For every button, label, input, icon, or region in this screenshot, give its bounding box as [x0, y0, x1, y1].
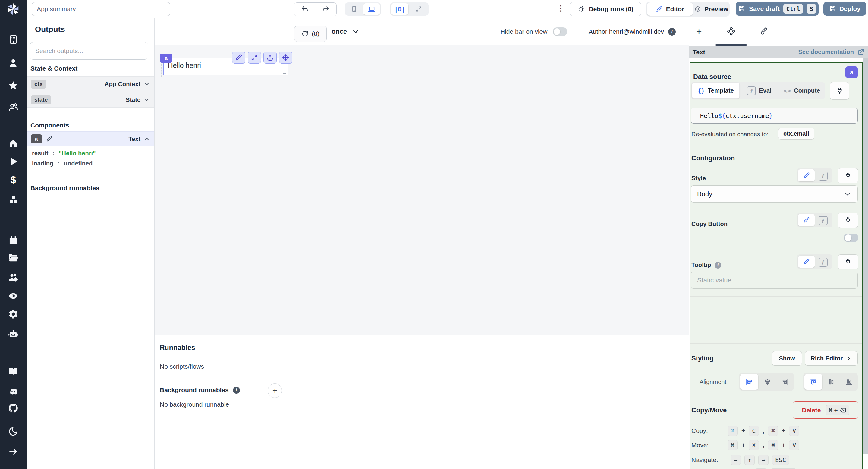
app-canvas[interactable]: Hello henri a — [154, 45, 689, 335]
chevron-right-icon — [846, 355, 852, 362]
eval-tab[interactable]: ƒ Eval — [740, 86, 779, 95]
edit-component-button[interactable] — [232, 52, 245, 64]
style-select[interactable]: Body — [691, 185, 858, 202]
state-row[interactable]: state State — [27, 92, 154, 107]
expand-component-button[interactable] — [248, 52, 261, 64]
info-icon[interactable]: i — [233, 387, 240, 394]
background-runnables-empty: No background runnable — [160, 401, 229, 408]
component-a-row[interactable]: a Text — [27, 131, 154, 147]
show-styling-button[interactable]: Show — [772, 351, 802, 366]
info-icon[interactable]: i — [715, 262, 721, 269]
gear-icon — [8, 309, 19, 319]
sidebar-item-groups[interactable] — [0, 101, 27, 113]
move-component-button[interactable] — [279, 52, 292, 64]
sidebar-item-audit-logs[interactable] — [0, 290, 27, 302]
add-background-runnable-button[interactable]: + — [268, 383, 282, 398]
schedule-select[interactable]: once — [332, 18, 360, 45]
sidebar-collapse-button[interactable] — [0, 446, 27, 457]
active-tab-underline — [715, 44, 747, 45]
bounded-width-button[interactable]: |0| — [391, 3, 408, 15]
search-outputs-input[interactable] — [30, 42, 148, 60]
undo-icon — [301, 5, 309, 13]
connect-data-source-button[interactable] — [830, 82, 849, 100]
result-value: "Hello henri" — [59, 150, 96, 157]
see-documentation-link[interactable]: See documentation — [798, 49, 865, 56]
more-options-button[interactable]: ⋮ — [557, 4, 565, 13]
sidebar-item-runs[interactable] — [0, 157, 27, 166]
sidebar-item-workspace[interactable] — [0, 34, 27, 44]
template-tab[interactable]: {} Template — [692, 83, 740, 99]
undo-button[interactable] — [294, 3, 315, 16]
eval-mode-button[interactable]: ƒ — [818, 216, 828, 225]
hide-bar-toggle[interactable] — [553, 27, 567, 36]
static-mode-button[interactable] — [798, 256, 815, 268]
connect-tooltip-button[interactable] — [838, 254, 858, 270]
sidebar-item-variables[interactable]: $ — [0, 174, 27, 185]
eval-mode-button[interactable]: ƒ — [818, 171, 828, 181]
sidebar-item-favorites[interactable] — [0, 81, 27, 91]
static-mode-button[interactable] — [798, 214, 815, 226]
tab-global-styling[interactable] — [756, 25, 770, 39]
sidebar-item-github[interactable] — [0, 403, 27, 413]
align-top-button[interactable] — [804, 374, 823, 390]
info-icon[interactable]: i — [668, 28, 676, 36]
eval-mode-button[interactable]: ƒ — [818, 258, 828, 267]
loading-output-row[interactable]: loading : undefined — [32, 160, 93, 167]
sidebar-item-schedules[interactable] — [0, 236, 27, 246]
sidebar-item-theme-toggle[interactable] — [0, 426, 27, 436]
sidebar-item-resources[interactable] — [0, 194, 27, 205]
full-width-button[interactable] — [408, 2, 429, 16]
anchor-component-button[interactable] — [264, 52, 277, 64]
align-middle-v-button[interactable] — [823, 378, 840, 386]
save-draft-button[interactable]: Save draft Ctrl S — [736, 2, 818, 16]
align-center-h-button[interactable] — [758, 378, 776, 386]
tooltip-input[interactable] — [691, 272, 858, 289]
preview-tab[interactable]: Preview — [693, 1, 730, 17]
kbd-cmd: ⌘ — [768, 426, 778, 436]
sidebar-item-settings[interactable] — [0, 309, 27, 319]
refresh-button[interactable]: (0) — [294, 26, 327, 42]
mobile-preview-button[interactable] — [345, 2, 363, 16]
align-bottom-button[interactable] — [840, 378, 858, 386]
panel-scrollbar[interactable] — [864, 59, 868, 454]
tab-component-settings[interactable] — [724, 25, 738, 39]
sidebar-item-folders[interactable] — [0, 253, 27, 263]
sidebar-item-discord[interactable] — [0, 386, 27, 397]
app-summary-input[interactable] — [32, 2, 170, 16]
align-right-button[interactable] — [776, 378, 794, 386]
deploy-button[interactable]: Deploy — [824, 2, 866, 16]
desktop-preview-button[interactable] — [363, 3, 380, 15]
sidebar-item-workers[interactable] — [0, 272, 27, 283]
connect-style-button[interactable] — [838, 168, 858, 183]
windmill-logo[interactable] — [0, 2, 27, 16]
copy-move-header: Copy/Move — [691, 406, 727, 414]
sidebar-item-user[interactable] — [0, 58, 27, 68]
chevron-down-icon[interactable] — [144, 96, 150, 103]
chevron-up-icon[interactable] — [144, 136, 150, 142]
rich-editor-button[interactable]: Rich Editor — [805, 351, 858, 366]
copy-button-toggle[interactable] — [844, 233, 858, 242]
delete-component-button[interactable]: Delete ⌘ + — [793, 402, 858, 419]
dependency-chip[interactable]: ctx.email — [778, 128, 814, 139]
static-mode-button[interactable] — [798, 169, 815, 182]
tab-insert-component[interactable]: + — [692, 25, 706, 39]
outputs-title: Outputs — [35, 25, 65, 34]
chevron-down-icon[interactable] — [144, 81, 150, 87]
sidebar-item-ai[interactable] — [0, 329, 27, 340]
ctx-row[interactable]: ctx App Context — [27, 76, 154, 92]
debug-runs-button[interactable]: Debug runs (0) — [569, 2, 641, 16]
connect-copy-button[interactable] — [838, 213, 858, 228]
compute-tab[interactable]: <> Compute — [779, 87, 825, 94]
resize-handle[interactable] — [283, 70, 286, 73]
editor-tab[interactable]: Editor — [647, 2, 693, 16]
sidebar-item-docs[interactable] — [0, 366, 27, 376]
debug-runs-label: Debug runs (0) — [589, 5, 633, 13]
redo-button[interactable] — [315, 3, 336, 16]
align-left-button[interactable] — [740, 374, 758, 390]
toggle-knob — [554, 28, 560, 35]
rename-pencil-icon[interactable] — [46, 136, 53, 142]
result-output-row[interactable]: result : "Hello henri" — [32, 150, 96, 157]
sidebar-item-home[interactable] — [0, 138, 27, 148]
template-expression-input[interactable]: Hello ${ctx.username} — [691, 107, 858, 124]
deploy-save-icon — [829, 5, 836, 12]
